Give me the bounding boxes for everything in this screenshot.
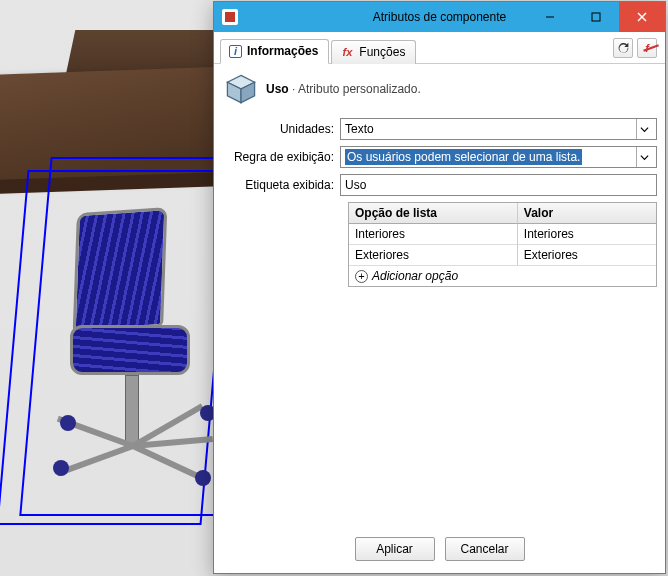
dialog-footer: Aplicar Cancelar	[214, 525, 665, 573]
cancel-button[interactable]: Cancelar	[445, 537, 525, 561]
tab-informacoes[interactable]: i Informações	[220, 39, 329, 64]
cell-option: Exteriores	[349, 245, 518, 266]
apply-button[interactable]: Aplicar	[355, 537, 435, 561]
attribute-name: Uso	[266, 82, 289, 96]
refresh-button[interactable]	[613, 38, 633, 58]
shown-label-input-wrap	[340, 174, 657, 196]
units-label: Unidades:	[222, 122, 340, 136]
table-row[interactable]: Exteriores Exteriores	[349, 245, 656, 266]
table-row[interactable]: Interiores Interiores	[349, 224, 656, 245]
tabs: i Informações fx Funções f	[214, 32, 665, 64]
svg-rect-1	[592, 13, 600, 21]
attribute-subtitle: Atributo personalizado.	[298, 82, 421, 96]
options-table: Opção de lista Valor Interiores Interior…	[348, 202, 657, 287]
fx-strike-icon: f	[645, 42, 649, 54]
info-icon: i	[229, 45, 242, 58]
add-option-button[interactable]: + Adicionar opção	[349, 266, 656, 286]
col-header-option: Opção de lista	[349, 203, 518, 224]
display-rule-label: Regra de exibição:	[222, 150, 340, 164]
app-icon	[222, 9, 238, 25]
refresh-icon	[617, 42, 630, 55]
tab-funcoes[interactable]: fx Funções	[331, 40, 416, 64]
add-option-label: Adicionar opção	[372, 269, 458, 283]
tab-label-info: Informações	[247, 44, 318, 58]
chair-model	[55, 210, 205, 490]
titlebar[interactable]: Atributos de componente	[214, 2, 665, 32]
fx-icon: fx	[340, 45, 354, 59]
maximize-button[interactable]	[573, 2, 619, 32]
close-button[interactable]	[619, 2, 665, 32]
shown-label-input[interactable]	[345, 178, 652, 192]
cell-value: Interiores	[518, 224, 656, 245]
cell-option: Interiores	[349, 224, 518, 245]
shown-label-label: Etiqueta exibida:	[222, 178, 340, 192]
component-icon	[224, 72, 258, 106]
component-attributes-dialog: Atributos de componente i Informações fx…	[213, 1, 666, 574]
display-rule-value: Os usuários podem selecionar de uma list…	[345, 149, 582, 165]
col-header-value: Valor	[518, 203, 656, 224]
toggle-formula-button[interactable]: f	[637, 38, 657, 58]
chevron-down-icon	[636, 147, 652, 167]
chevron-down-icon	[636, 119, 652, 139]
minimize-button[interactable]	[527, 2, 573, 32]
tab-label-functions: Funções	[359, 45, 405, 59]
units-value: Texto	[345, 122, 374, 136]
display-rule-select[interactable]: Os usuários podem selecionar de uma list…	[340, 146, 657, 168]
attribute-header: Uso · Atributo personalizado.	[214, 64, 665, 114]
plus-icon: +	[355, 270, 368, 283]
units-select[interactable]: Texto	[340, 118, 657, 140]
form: Unidades: Texto Regra de exibição: Os us…	[214, 114, 665, 295]
cell-value: Exteriores	[518, 245, 656, 266]
